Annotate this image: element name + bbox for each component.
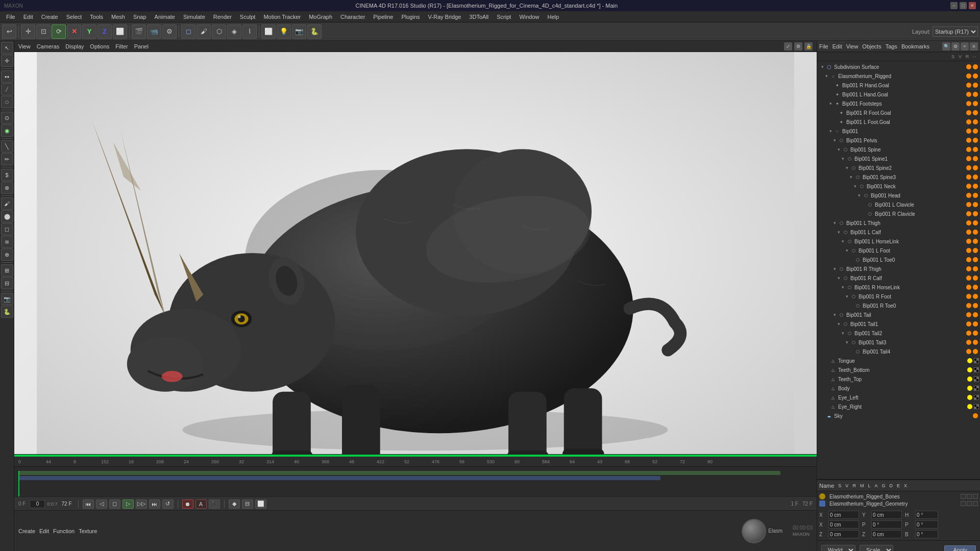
- z2-field[interactable]: [871, 530, 902, 538]
- loop-btn[interactable]: ↺: [162, 499, 174, 509]
- frame-input[interactable]: [30, 500, 45, 508]
- live-select[interactable]: ◉: [1, 124, 13, 137]
- motion-clip-btn[interactable]: ⬜: [255, 499, 266, 509]
- tree-row-lthigh[interactable]: ▾ ⬡ Bip001 L Thigh: [817, 218, 980, 228]
- b-field[interactable]: [915, 530, 938, 538]
- minimize-button[interactable]: −: [950, 2, 958, 9]
- points-mode[interactable]: ●●: [1, 70, 13, 83]
- joint-tool[interactable]: ⊞: [1, 264, 13, 277]
- menu-item-file[interactable]: File: [2, 13, 19, 21]
- tree-row-eye-left[interactable]: ▸ △ Eye_Left: [817, 393, 980, 402]
- paint-bucket[interactable]: ⬤: [1, 210, 13, 222]
- tree-row-rhandgoal[interactable]: ▸ ✦ Bip001 R Hand.Goal: [817, 81, 980, 90]
- tree-row-pelvis[interactable]: ▾ ⬡ Bip001 Pelvis: [817, 136, 980, 145]
- tree-row-lfoot[interactable]: ▾ ⬡ Bip001 L Foot: [817, 246, 980, 255]
- maximize-button[interactable]: □: [960, 2, 967, 9]
- line-tool[interactable]: ╲: [1, 140, 13, 153]
- p-field[interactable]: [871, 520, 902, 529]
- tree-row-elasmotherium[interactable]: ▾ ○ Elasmotherium_Rigged: [817, 71, 980, 81]
- auto-key-btn[interactable]: A: [195, 499, 207, 509]
- viewport-panel-menu[interactable]: Panel: [134, 43, 149, 49]
- tree-row-eye-right[interactable]: ▸ △ Eye_Right: [817, 402, 980, 411]
- dollar-tool[interactable]: $: [1, 169, 13, 181]
- tree-row-body[interactable]: ▸ △ Body: [817, 384, 980, 393]
- pen-tool[interactable]: ✏: [1, 153, 13, 165]
- apply-button[interactable]: Apply: [944, 545, 976, 552]
- move-tool[interactable]: ✛: [21, 24, 35, 39]
- clone-tool[interactable]: ⊕: [1, 248, 13, 261]
- tree-row-lcalf[interactable]: ▾ ⬡ Bip001 L Calf: [817, 228, 980, 237]
- tree-row-spine3[interactable]: ▾ ⬡ Bip001 Spine3: [817, 172, 980, 182]
- menu-item-create[interactable]: Create: [37, 13, 62, 21]
- x-axis-btn[interactable]: ✕: [67, 24, 81, 39]
- python-btn[interactable]: 🐍: [307, 24, 322, 39]
- light-btn[interactable]: 💡: [277, 24, 291, 39]
- viewport-cameras-menu[interactable]: Cameras: [37, 43, 60, 49]
- render-btn[interactable]: 🎬: [132, 24, 146, 39]
- menu-item-script[interactable]: Script: [493, 13, 515, 21]
- om-sort-icon[interactable]: ≡: [970, 42, 978, 51]
- tree-row-bip001[interactable]: ▾ ○ Bip001: [817, 127, 980, 136]
- stop-btn[interactable]: ◻: [109, 499, 120, 509]
- timeline-ruler[interactable]: 0 44 8 152 16 206 24 260 32 314 40 368 4…: [14, 457, 817, 467]
- tree-row-rfootgoal[interactable]: ▸ ✦ Bip001 R Foot.Goal: [817, 108, 980, 117]
- menu-item-edit[interactable]: Edit: [19, 13, 37, 21]
- play-btn[interactable]: ▷: [122, 499, 134, 509]
- layout-select[interactable]: Startup (R17): [933, 27, 978, 37]
- menu-item-v-ray-bridge[interactable]: V-Ray Bridge: [424, 13, 465, 21]
- tree-row-spine2[interactable]: ▾ ⬡ Bip001 Spine2: [817, 163, 980, 172]
- polygon-mode[interactable]: ⬡: [1, 96, 13, 108]
- menu-item-window[interactable]: Window: [515, 13, 543, 21]
- render-region[interactable]: 📹: [147, 24, 161, 39]
- tree-row-tail3[interactable]: ▾ ⬡ Bip001 Tail3: [817, 338, 980, 347]
- om-add-icon[interactable]: +: [961, 42, 969, 51]
- viewport-settings-icon[interactable]: ⚙: [794, 42, 802, 51]
- tree-row-head[interactable]: ▾ ⬡ Bip001 Head: [817, 191, 980, 200]
- om-settings-icon[interactable]: ⚙: [951, 42, 960, 51]
- edges-mode[interactable]: ╱: [1, 83, 13, 95]
- python-tool[interactable]: 🐍: [1, 306, 13, 318]
- x-field[interactable]: [828, 511, 859, 519]
- perspective-btn[interactable]: ◻: [181, 24, 195, 39]
- tree-row-teeth-top[interactable]: ▸ △ Teeth_Top: [817, 374, 980, 384]
- om-bookmarks[interactable]: Bookmarks: [901, 43, 929, 49]
- tree-row-spine1[interactable]: ▾ ⬡ Bip001 Spine1: [817, 154, 980, 163]
- tree-row-sky[interactable]: ▸ ☁ Sky: [817, 411, 980, 420]
- close-button[interactable]: ✕: [969, 2, 976, 9]
- menu-item-mograph[interactable]: MoGraph: [305, 13, 336, 21]
- y-axis-btn[interactable]: Y: [82, 24, 96, 39]
- expand-viewport-icon[interactable]: ⤢: [784, 42, 792, 51]
- key-all-btn[interactable]: ⚫: [209, 499, 220, 509]
- menu-item-snap[interactable]: Snap: [129, 13, 151, 21]
- menu-item-render[interactable]: Render: [209, 13, 236, 21]
- viewport[interactable]: [14, 52, 817, 454]
- menu-item-pipeline[interactable]: Pipeline: [369, 13, 397, 21]
- tree-row-tail1[interactable]: ▾ ⬡ Bip001 Tail1: [817, 319, 980, 329]
- z-field[interactable]: [828, 530, 859, 538]
- attr-name[interactable]: Name: [819, 483, 834, 489]
- undo-button[interactable]: ↩: [2, 24, 16, 39]
- viewport-options-menu[interactable]: Options: [90, 43, 109, 49]
- menu-item-tools[interactable]: Tools: [86, 13, 107, 21]
- menu-item-simulate[interactable]: Simulate: [179, 13, 209, 21]
- viewport-lock-icon[interactable]: 🔒: [804, 42, 813, 51]
- menu-item-mesh[interactable]: Mesh: [107, 13, 129, 21]
- tree-row-lclavicle[interactable]: ▸ ⬡ Bip001 L Clavicle: [817, 200, 980, 209]
- brush-tool[interactable]: 🖌: [1, 197, 13, 210]
- knife-btn[interactable]: ⌇: [242, 24, 257, 39]
- menu-item-plugins[interactable]: Plugins: [397, 13, 424, 21]
- menu-item-select[interactable]: Select: [62, 13, 86, 21]
- viewport-filter-menu[interactable]: Filter: [115, 43, 128, 49]
- tree-row-footsteps[interactable]: ▾ ✦ Bip001 Footsteps: [817, 99, 980, 108]
- tree-row-rtoe0[interactable]: ▸ ⬡ Bip001 R Toe0: [817, 301, 980, 310]
- tree-row-tail2[interactable]: ▾ ⬡ Bip001 Tail2: [817, 329, 980, 338]
- mat-create[interactable]: Create: [18, 528, 35, 534]
- render-settings[interactable]: ⚙: [162, 24, 177, 39]
- menu-item-animate[interactable]: Animate: [151, 13, 179, 21]
- play-forward-btn[interactable]: ▷▷: [136, 499, 147, 509]
- scale-select[interactable]: Scale Size: [860, 545, 893, 552]
- mat-function[interactable]: Function: [53, 528, 75, 534]
- smear-tool[interactable]: ≋: [1, 236, 13, 248]
- bind-tool[interactable]: ⊟: [1, 277, 13, 289]
- play-reverse-btn[interactable]: ◁: [96, 499, 107, 509]
